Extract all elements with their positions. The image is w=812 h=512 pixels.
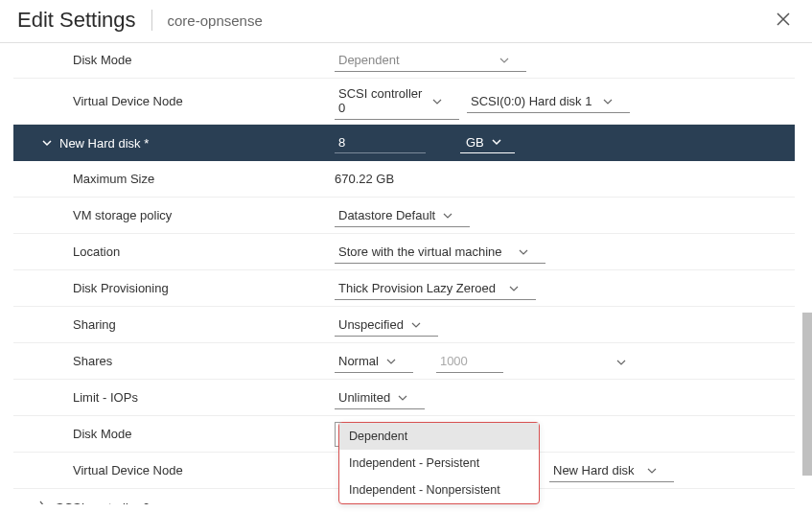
select-limit-iops[interactable]: Unlimited [335,386,425,409]
label-disk-mode-new: Disk Mode [13,427,335,441]
input-disk-size[interactable] [335,132,426,153]
input-shares-custom[interactable] [436,350,503,373]
row-location: Location Store with the virtual machine [13,234,795,270]
value-max-size: 670.22 GB [335,172,394,186]
chevron-down-icon [603,94,613,108]
select-new-disk-slot[interactable]: New Hard disk [549,459,674,482]
header-divider [151,10,152,31]
row-max-size: Maximum Size 670.22 GB [13,161,795,198]
label-disk-mode: Disk Mode [13,53,335,67]
row-disk-mode-existing: Disk Mode Dependent [13,42,795,79]
label-vnode: Virtual Device Node [13,94,335,108]
disk-mode-dropdown: Dependent Independent - Persistent Indep… [338,422,540,504]
section-new-hard-disk[interactable]: New Hard disk * GB [13,125,795,161]
row-shares: Shares Normal [13,343,795,380]
select-storage-policy[interactable]: Datastore Default [335,204,470,227]
row-provisioning: Disk Provisioning Thick Provision Lazy Z… [13,270,795,307]
chevron-down-icon [432,94,442,108]
select-sharing[interactable]: Unspecified [335,314,438,337]
chevron-down-icon [647,463,657,477]
dialog-title: Edit Settings [17,8,136,33]
option-dependent[interactable]: Dependent [339,423,539,450]
chevron-down-icon [398,390,407,405]
label-storage-policy: VM storage policy [13,208,335,222]
scsi-controller-label: SCSI controller 0 [56,500,150,504]
option-independent-nonpersistent[interactable]: Independent - Nonpersistent [339,477,539,503]
chevron-down-icon [492,135,501,150]
new-disk-label: New Hard disk * [59,136,149,151]
label-vnode-new: Virtual Device Node [13,463,335,477]
select-scsi-controller[interactable]: SCSI controller 0 [335,82,459,120]
chevron-down-icon [519,244,528,259]
label-max-size: Maximum Size [13,172,335,186]
scrollbar-thumb[interactable] [802,313,812,476]
close-button[interactable] [776,12,791,30]
label-shares: Shares [13,354,335,368]
dialog-header: Edit Settings core-opnsense [0,0,812,43]
row-storage-policy: VM storage policy Datastore Default [13,198,795,234]
label-location: Location [13,244,335,259]
select-shares-level[interactable]: Normal [335,350,413,373]
select-size-unit[interactable]: GB [460,132,515,153]
select-provisioning[interactable]: Thick Provision Lazy Zeroed [335,277,536,300]
chevron-down-icon [509,281,519,295]
chevron-down-icon [42,136,52,151]
close-icon [776,12,791,27]
label-provisioning: Disk Provisioning [13,281,335,295]
row-limit-iops: Limit - IOPs Unlimited [13,380,795,416]
chevron-down-icon [443,208,452,222]
chevron-down-icon [386,354,396,368]
label-sharing: Sharing [13,317,335,332]
select-scsi-slot[interactable]: SCSI(0:0) Hard disk 1 [467,90,630,113]
label-limit-iops: Limit - IOPs [13,390,335,405]
select-location[interactable]: Store with the virtual machine [335,241,545,264]
select-disk-mode-existing[interactable]: Dependent [335,49,526,72]
chevron-down-icon [411,317,421,332]
row-vnode-existing: Virtual Device Node SCSI controller 0 SC… [13,79,795,125]
chevron-down-icon [616,354,626,368]
chevron-down-icon [499,53,509,67]
chevron-right-icon [38,500,46,504]
vm-name: core-opnsense [168,12,263,29]
option-independent-persistent[interactable]: Independent - Persistent [339,450,539,477]
row-sharing: Sharing Unspecified [13,307,795,343]
